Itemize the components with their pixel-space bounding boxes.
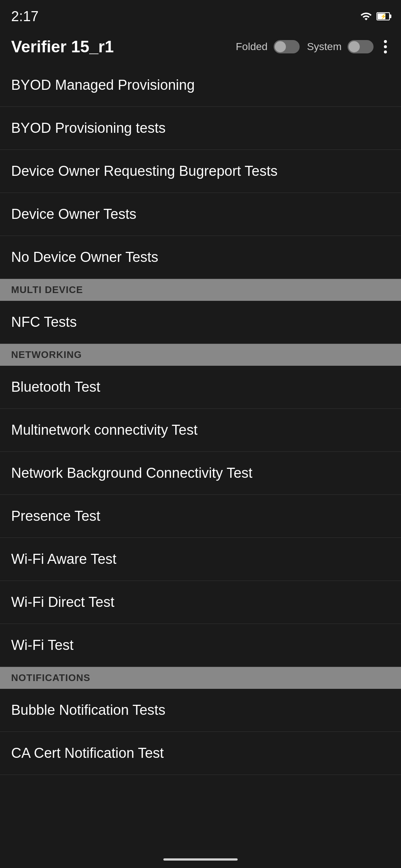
- overflow-menu-button[interactable]: [381, 37, 390, 56]
- list-item-byod-provisioning-tests[interactable]: BYOD Provisioning tests: [0, 107, 401, 150]
- status-time: 2:17: [11, 9, 39, 24]
- home-indicator: [163, 858, 238, 861]
- list-item-network-background-connectivity-test[interactable]: Network Background Connectivity Test: [0, 452, 401, 495]
- signal-icon: [360, 10, 372, 22]
- list-item-wi-fi-test[interactable]: Wi-Fi Test: [0, 624, 401, 667]
- menu-dot-2: [384, 45, 387, 48]
- list-item-multinetwork-connectivity-test[interactable]: Multinetwork connectivity Test: [0, 409, 401, 452]
- section-header-notifications: NOTIFICATIONS: [0, 667, 401, 689]
- folded-label: Folded: [236, 41, 268, 53]
- list-item-nfc-tests[interactable]: NFC Tests: [0, 301, 401, 344]
- list-item-byod-managed-provisioning[interactable]: BYOD Managed Provisioning: [0, 64, 401, 107]
- system-toggle-group: System: [307, 40, 374, 53]
- status-bar: 2:17 ⚡: [0, 0, 401, 30]
- list-item-wi-fi-direct-test[interactable]: Wi-Fi Direct Test: [0, 581, 401, 624]
- system-label: System: [307, 41, 342, 53]
- section-header-multi-device: MULTI DEVICE: [0, 279, 401, 301]
- folded-toggle-group: Folded: [236, 40, 300, 53]
- menu-dot-3: [384, 50, 387, 53]
- system-toggle[interactable]: [348, 40, 374, 53]
- list-item-wi-fi-aware-test[interactable]: Wi-Fi Aware Test: [0, 538, 401, 581]
- main-list: BYOD Managed ProvisioningBYOD Provisioni…: [0, 64, 401, 775]
- list-item-device-owner-tests[interactable]: Device Owner Tests: [0, 193, 401, 236]
- battery-bolt: ⚡: [380, 13, 387, 19]
- list-item-no-device-owner-tests[interactable]: No Device Owner Tests: [0, 236, 401, 279]
- list-item-device-owner-requesting-bugreport-tests[interactable]: Device Owner Requesting Bugreport Tests: [0, 150, 401, 193]
- status-icons: ⚡: [360, 10, 390, 22]
- folded-toggle[interactable]: [274, 40, 300, 53]
- list-item-ca-cert-notification-test[interactable]: CA Cert Notification Test: [0, 732, 401, 775]
- app-header: Verifier 15_r1 Folded System: [0, 30, 401, 64]
- menu-dot-1: [384, 40, 387, 43]
- app-title: Verifier 15_r1: [11, 37, 228, 56]
- list-item-bubble-notification-tests[interactable]: Bubble Notification Tests: [0, 689, 401, 732]
- list-item-presence-test[interactable]: Presence Test: [0, 495, 401, 538]
- section-header-networking: NETWORKING: [0, 344, 401, 366]
- battery-icon: ⚡: [376, 12, 390, 20]
- list-item-bluetooth-test[interactable]: Bluetooth Test: [0, 366, 401, 409]
